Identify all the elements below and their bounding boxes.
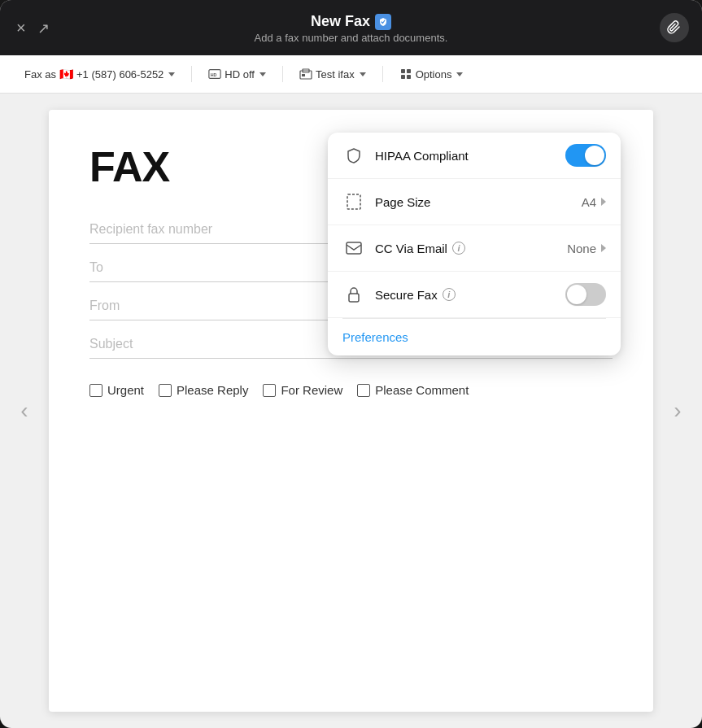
page-size-icon <box>342 190 365 213</box>
fax-as-button[interactable]: Fax as 🇨🇦 +1 (587) 606-5252 <box>16 63 183 85</box>
nav-arrow-left[interactable]: ‹ <box>11 398 37 424</box>
chevron-right-icon <box>601 244 606 252</box>
dropdown-item-secure-fax[interactable]: Secure Fax i <box>328 272 621 318</box>
chevron-down-icon <box>168 72 175 76</box>
test-label: Test ifax <box>316 68 355 81</box>
nav-arrow-right[interactable]: › <box>665 398 691 424</box>
options-label: Options <box>416 68 452 81</box>
hipaa-label: HIPAA Compliant <box>375 149 565 163</box>
secure-fax-label: Secure Fax i <box>375 288 565 302</box>
dropdown-item-hipaa[interactable]: HIPAA Compliant <box>328 133 621 179</box>
window-subtitle: Add a fax number and attach documents. <box>16 32 686 44</box>
fax-as-label: Fax as <box>24 68 56 81</box>
test-ifax-button[interactable]: Test ifax <box>291 64 374 85</box>
svg-text:HD: HD <box>211 72 217 77</box>
svg-rect-6 <box>407 69 411 73</box>
toolbar-divider-3 <box>382 66 383 82</box>
options-dropdown: HIPAA Compliant Page Size A4 <box>328 133 621 355</box>
checkbox-please-reply[interactable]: Please Reply <box>159 383 248 397</box>
checkbox-for-review-box <box>263 384 276 397</box>
info-icon: i <box>443 288 456 301</box>
svg-rect-5 <box>401 69 405 73</box>
shield-icon <box>342 144 365 167</box>
chevron-right-icon <box>601 198 606 206</box>
email-icon <box>342 237 365 259</box>
attach-button[interactable] <box>660 13 689 42</box>
fax-number: +1 (587) 606-5252 <box>76 68 164 81</box>
svg-rect-7 <box>401 75 405 79</box>
toolbar-divider-1 <box>191 66 192 82</box>
svg-rect-11 <box>349 294 359 302</box>
secure-fax-toggle[interactable] <box>565 283 606 306</box>
close-button[interactable]: × <box>16 19 26 37</box>
toolbar-divider-2 <box>282 66 283 82</box>
grid-icon <box>399 68 412 80</box>
dropdown-item-cc-email[interactable]: CC Via Email i None <box>328 225 621 272</box>
flag-icon: 🇨🇦 <box>59 68 73 81</box>
svg-rect-4 <box>302 74 305 76</box>
checkbox-please-comment-box <box>357 384 370 397</box>
svg-rect-9 <box>347 194 360 209</box>
svg-rect-8 <box>407 75 411 79</box>
page-size-label: Page Size <box>375 195 582 209</box>
title-bar: × ↗ New Fax Add a fax number and attach … <box>0 0 702 55</box>
dropdown-item-page-size[interactable]: Page Size A4 <box>328 179 621 225</box>
checkboxes-row: Urgent Please Reply For Review Please Co… <box>89 383 613 397</box>
lock-icon <box>342 283 365 306</box>
checkbox-urgent[interactable]: Urgent <box>89 383 144 397</box>
cc-email-label: CC Via Email i <box>375 242 567 255</box>
checkbox-for-review[interactable]: For Review <box>263 383 342 397</box>
toolbar: Fax as 🇨🇦 +1 (587) 606-5252 HD HD off <box>0 55 702 94</box>
svg-rect-10 <box>347 242 361 254</box>
info-icon: i <box>452 242 465 255</box>
preferences-link[interactable]: Preferences <box>328 319 621 355</box>
hd-icon: HD <box>208 68 221 80</box>
checkbox-urgent-box <box>89 384 102 397</box>
checkbox-please-comment[interactable]: Please Comment <box>357 383 469 397</box>
page-size-value: A4 <box>582 195 596 209</box>
ifax-icon <box>299 68 312 80</box>
app-window: × ↗ New Fax Add a fax number and attach … <box>0 0 702 728</box>
chevron-down-icon <box>259 72 266 76</box>
chevron-down-icon <box>360 72 366 76</box>
cc-email-value: None <box>567 242 596 255</box>
window-title: New Fax <box>16 13 686 30</box>
resize-button[interactable]: ↗ <box>37 19 50 37</box>
options-button[interactable]: Options <box>391 64 472 85</box>
hipaa-toggle[interactable] <box>565 144 606 167</box>
checkbox-please-reply-box <box>159 384 172 397</box>
chevron-down-icon <box>456 72 463 76</box>
shield-badge-icon <box>375 14 391 30</box>
title-bar-controls: × ↗ <box>16 19 50 37</box>
hd-label: HD off <box>225 68 255 81</box>
hd-button[interactable]: HD HD off <box>200 64 274 85</box>
main-content: ‹ FAX Urgent Please Reply For Revie <box>0 94 702 728</box>
